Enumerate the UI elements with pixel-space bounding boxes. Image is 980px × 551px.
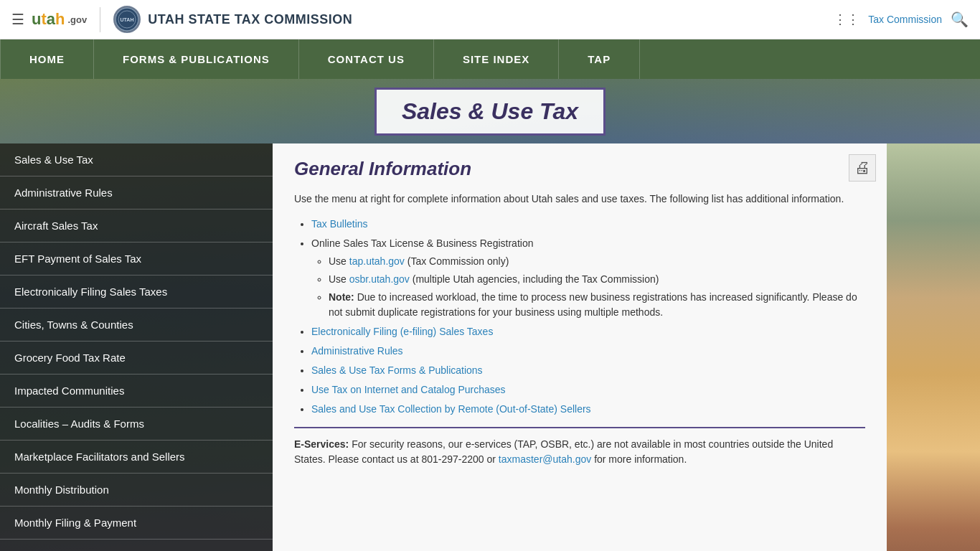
utah-gov-text: .gov xyxy=(67,14,87,25)
sidebar-item-non-nexus[interactable]: Non-Nexus Sellers xyxy=(0,540,273,551)
osbr-link[interactable]: osbr.utah.gov xyxy=(349,273,410,285)
main-content: Sales & Use Tax Administrative Rules Air… xyxy=(0,143,980,551)
content-area: 🖨 General Information Use the menu at ri… xyxy=(273,143,887,551)
nav-contact[interactable]: CONTACT US xyxy=(299,39,434,79)
sidebar-item-grocery[interactable]: Grocery Food Tax Rate xyxy=(0,342,273,375)
tax-bulletins-link[interactable]: Tax Bulletins xyxy=(311,218,368,230)
sidebar: Sales & Use Tax Administrative Rules Air… xyxy=(0,143,273,551)
top-bar-left: ☰ utah .gov UTAH UTAH STATE TAX COMMISSI… xyxy=(11,6,834,33)
online-reg-sublist: Use tap.utah.gov (Tax Commission only) U… xyxy=(311,254,865,320)
sidebar-item-e-filing[interactable]: Electronically Filing Sales Taxes xyxy=(0,276,273,309)
tap-link[interactable]: tap.utah.gov xyxy=(349,255,405,267)
right-panel xyxy=(887,143,980,551)
top-bar-right: ⋮⋮ Tax Commission 🔍 xyxy=(834,11,969,28)
sidebar-item-sales-use-tax[interactable]: Sales & Use Tax xyxy=(0,143,273,176)
forms-link[interactable]: Sales & Use Tax Forms & Publications xyxy=(311,364,483,376)
sidebar-item-impacted[interactable]: Impacted Communities xyxy=(0,375,273,408)
list-item-online-reg: Online Sales Tax License & Business Regi… xyxy=(311,236,865,320)
main-nav: HOME FORMS & PUBLICATIONS CONTACT US SIT… xyxy=(0,39,980,79)
content-intro: Use the menu at right for complete infor… xyxy=(294,192,865,207)
utah-gov-logo: utah .gov xyxy=(32,10,87,29)
utah-logo-text: utah xyxy=(32,10,65,29)
nav-site-index[interactable]: SITE INDEX xyxy=(434,39,559,79)
grid-icon[interactable]: ⋮⋮ xyxy=(834,11,859,27)
nav-forms[interactable]: FORMS & PUBLICATIONS xyxy=(94,39,299,79)
list-item-forms: Sales & Use Tax Forms & Publications xyxy=(311,363,865,378)
sidebar-item-cities[interactable]: Cities, Towns & Counties xyxy=(0,309,273,342)
list-item-use-tax: Use Tax on Internet and Catalog Purchase… xyxy=(311,382,865,397)
list-item-tax-bulletins: Tax Bulletins xyxy=(311,217,865,232)
e-services-suffix: for more information. xyxy=(591,453,687,465)
sub-item-osbr: Use osbr.utah.gov (multiple Utah agencie… xyxy=(329,272,865,287)
agency-title: UTAH STATE TAX COMMISSION xyxy=(148,12,352,27)
sidebar-item-eft[interactable]: EFT Payment of Sales Tax xyxy=(0,242,273,276)
hero-title-box: Sales & Use Tax xyxy=(374,88,606,136)
hero-section: Sales & Use Tax xyxy=(0,79,980,143)
hero-title: Sales & Use Tax xyxy=(402,98,578,124)
e-services-section: E-Services: For security reasons, our e-… xyxy=(294,427,865,467)
sub-item-tap: Use tap.utah.gov (Tax Commission only) xyxy=(329,254,865,269)
use-tax-link[interactable]: Use Tax on Internet and Catalog Purchase… xyxy=(311,384,506,395)
sidebar-item-aircraft[interactable]: Aircraft Sales Tax xyxy=(0,209,273,242)
nav-tap[interactable]: TAP xyxy=(559,39,640,79)
sub-item-note: Note: Due to increased workload, the tim… xyxy=(329,290,865,320)
e-services-bold: E-Services: xyxy=(294,438,349,450)
admin-rules-link[interactable]: Administrative Rules xyxy=(311,345,403,357)
remote-sellers-link[interactable]: Sales and Use Tax Collection by Remote (… xyxy=(311,403,591,415)
sidebar-item-localities[interactable]: Localities – Audits & Forms xyxy=(0,408,273,441)
sidebar-item-marketplace[interactable]: Marketplace Facilitators and Sellers xyxy=(0,441,273,474)
svg-text:UTAH: UTAH xyxy=(121,17,134,22)
agency-seal: UTAH xyxy=(113,6,141,33)
sidebar-item-admin-rules[interactable]: Administrative Rules xyxy=(0,176,273,209)
sidebar-item-monthly-dist[interactable]: Monthly Distribution xyxy=(0,474,273,507)
menu-icon[interactable]: ☰ xyxy=(11,11,24,28)
nav-home[interactable]: HOME xyxy=(0,39,94,79)
search-button[interactable]: 🔍 xyxy=(951,11,969,28)
e-filing-link[interactable]: Electronically Filing (e-filing) Sales T… xyxy=(311,326,493,337)
content-main-list: Tax Bulletins Online Sales Tax License &… xyxy=(294,217,865,417)
top-bar: ☰ utah .gov UTAH UTAH STATE TAX COMMISSI… xyxy=(0,0,980,39)
logo-divider xyxy=(100,7,100,32)
tax-commission-link[interactable]: Tax Commission xyxy=(868,14,942,25)
sidebar-item-monthly-filing[interactable]: Monthly Filing & Payment xyxy=(0,507,273,540)
list-item-remote-sellers: Sales and Use Tax Collection by Remote (… xyxy=(311,402,865,417)
note-bold: Note: xyxy=(329,291,354,303)
list-item-e-filing: Electronically Filing (e-filing) Sales T… xyxy=(311,324,865,339)
content-title: General Information xyxy=(294,158,865,180)
print-button[interactable]: 🖨 xyxy=(849,154,876,182)
taxmaster-email[interactable]: taxmaster@utah.gov xyxy=(499,453,591,465)
list-item-admin-rules: Administrative Rules xyxy=(311,344,865,359)
online-reg-text: Online Sales Tax License & Business Regi… xyxy=(311,237,533,249)
